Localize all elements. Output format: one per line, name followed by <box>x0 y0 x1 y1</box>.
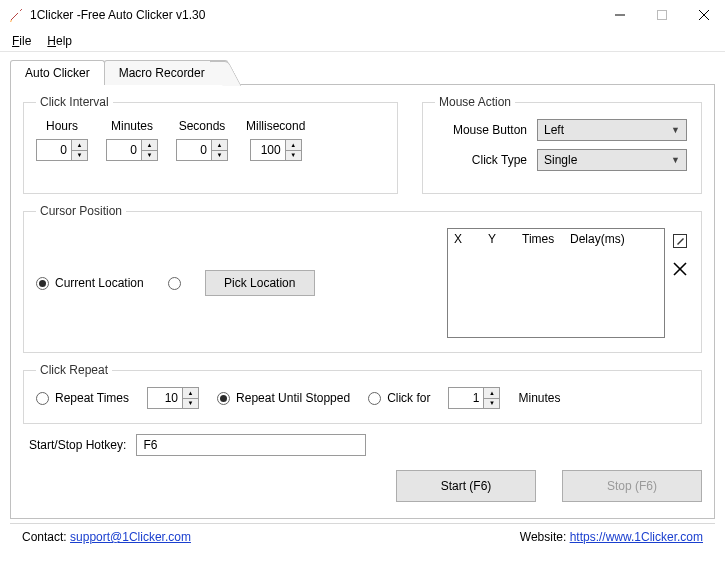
hotkey-label: Start/Stop Hotkey: <box>29 438 126 452</box>
footer: Contact: support@1Clicker.com Website: h… <box>10 523 715 550</box>
group-cursor-position: Cursor Position Current Location Pick Lo… <box>23 204 702 353</box>
chevron-up-icon[interactable]: ▲ <box>72 140 87 151</box>
chevron-down-icon[interactable]: ▼ <box>142 151 157 161</box>
click-repeat-legend: Click Repeat <box>36 363 112 377</box>
click-type-label: Click Type <box>435 153 527 167</box>
radio-click-for[interactable]: Click for <box>368 391 430 405</box>
chevron-down-icon[interactable]: ▼ <box>72 151 87 161</box>
chevron-down-icon: ▼ <box>671 125 680 135</box>
chevron-down-icon[interactable]: ▼ <box>183 399 198 409</box>
seconds-label: Seconds <box>179 119 226 133</box>
chevron-down-icon[interactable]: ▼ <box>286 151 301 161</box>
group-click-interval: Click Interval Hours ▲▼ Minutes ▲▼ Secon… <box>23 95 398 194</box>
delete-button[interactable] <box>671 260 689 278</box>
maximize-button[interactable] <box>641 1 683 29</box>
app-icon <box>8 7 24 23</box>
close-icon <box>673 262 687 276</box>
contact-link[interactable]: support@1Clicker.com <box>70 530 191 544</box>
menu-file[interactable]: File <box>6 32 37 50</box>
mouse-button-select[interactable]: Left▼ <box>537 119 687 141</box>
click-for-label: Click for <box>387 391 430 405</box>
repeat-times-spinner[interactable]: ▲▼ <box>147 387 199 409</box>
coordinates-list: X Y Times Delay(ms) <box>447 228 665 338</box>
seconds-input[interactable] <box>177 140 211 160</box>
start-button[interactable]: Start (F6) <box>396 470 536 502</box>
svg-rect-2 <box>658 11 667 20</box>
repeat-until-label: Repeat Until Stopped <box>236 391 350 405</box>
chevron-up-icon[interactable]: ▲ <box>212 140 227 151</box>
tab-macro-recorder[interactable]: Macro Recorder <box>104 60 228 85</box>
chevron-up-icon[interactable]: ▲ <box>142 140 157 151</box>
radio-dot-icon <box>36 392 49 405</box>
radio-dot-icon <box>36 277 49 290</box>
radio-current-location[interactable]: Current Location <box>36 276 144 290</box>
click-for-unit: Minutes <box>518 391 560 405</box>
ms-label: Millisecond <box>246 119 305 133</box>
group-click-repeat: Click Repeat Repeat Times ▲▼ Repeat Unti… <box>23 363 702 424</box>
tab-panel: Click Interval Hours ▲▼ Minutes ▲▼ Secon… <box>10 84 715 519</box>
tab-auto-clicker[interactable]: Auto Clicker <box>10 60 105 85</box>
menubar: File Help <box>0 30 725 52</box>
click-for-spinner[interactable]: ▲▼ <box>448 387 500 409</box>
ms-spinner[interactable]: ▲▼ <box>250 139 302 161</box>
current-location-label: Current Location <box>55 276 144 290</box>
hours-spinner[interactable]: ▲▼ <box>36 139 88 161</box>
seconds-spinner[interactable]: ▲▼ <box>176 139 228 161</box>
click-for-input[interactable] <box>449 388 483 408</box>
ms-input[interactable] <box>251 140 285 160</box>
mouse-button-label: Mouse Button <box>435 123 527 137</box>
radio-pick-location[interactable] <box>168 277 181 290</box>
website-link[interactable]: https://www.1Clicker.com <box>570 530 703 544</box>
cursor-position-legend: Cursor Position <box>36 204 126 218</box>
chevron-up-icon[interactable]: ▲ <box>286 140 301 151</box>
chevron-down-icon[interactable]: ▼ <box>212 151 227 161</box>
website-label: Website: <box>520 530 566 544</box>
window-title: 1Clicker -Free Auto Clicker v1.30 <box>30 8 599 22</box>
edit-button[interactable] <box>671 232 689 250</box>
hotkey-input[interactable]: F6 <box>136 434 366 456</box>
tabstrip: Auto Clicker Macro Recorder <box>10 60 715 85</box>
coordinates-body[interactable] <box>448 251 664 337</box>
close-button[interactable] <box>683 1 725 29</box>
svg-point-0 <box>18 11 20 13</box>
radio-dot-icon <box>368 392 381 405</box>
hours-label: Hours <box>46 119 78 133</box>
hours-input[interactable] <box>37 140 71 160</box>
repeat-times-input[interactable] <box>148 388 182 408</box>
radio-repeat-until-stopped[interactable]: Repeat Until Stopped <box>217 391 350 405</box>
chevron-up-icon[interactable]: ▲ <box>183 388 198 399</box>
minimize-button[interactable] <box>599 1 641 29</box>
col-y: Y <box>482 229 516 251</box>
minutes-spinner[interactable]: ▲▼ <box>106 139 158 161</box>
chevron-down-icon: ▼ <box>671 155 680 165</box>
chevron-down-icon[interactable]: ▼ <box>484 399 499 409</box>
col-times: Times <box>516 229 564 251</box>
group-mouse-action: Mouse Action Mouse Button Left▼ Click Ty… <box>422 95 702 194</box>
edit-icon <box>672 233 688 249</box>
col-x: X <box>448 229 482 251</box>
contact-label: Contact: <box>22 530 67 544</box>
pick-location-button[interactable]: Pick Location <box>205 270 315 296</box>
stop-button[interactable]: Stop (F6) <box>562 470 702 502</box>
repeat-times-label: Repeat Times <box>55 391 129 405</box>
click-type-select[interactable]: Single▼ <box>537 149 687 171</box>
radio-repeat-times[interactable]: Repeat Times <box>36 391 129 405</box>
menu-help[interactable]: Help <box>41 32 78 50</box>
minutes-label: Minutes <box>111 119 153 133</box>
mouse-action-legend: Mouse Action <box>435 95 515 109</box>
radio-dot-icon <box>168 277 181 290</box>
chevron-up-icon[interactable]: ▲ <box>484 388 499 399</box>
col-delay: Delay(ms) <box>564 229 631 251</box>
click-interval-legend: Click Interval <box>36 95 113 109</box>
minutes-input[interactable] <box>107 140 141 160</box>
titlebar: 1Clicker -Free Auto Clicker v1.30 <box>0 0 725 30</box>
radio-dot-icon <box>217 392 230 405</box>
